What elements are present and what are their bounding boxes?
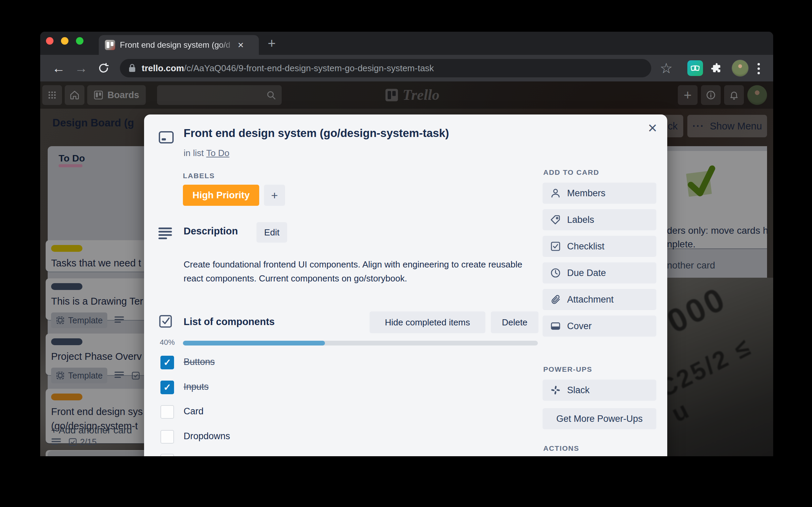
url-bar[interactable]: trello.com/c/AaYaQ046/9-front-end-design… bbox=[120, 59, 651, 77]
due-date-button[interactable]: Due Date bbox=[543, 262, 656, 283]
checklist-icon bbox=[158, 314, 173, 328]
tab-close-icon[interactable]: × bbox=[238, 40, 244, 50]
description-body[interactable]: Create foundational frontend UI componen… bbox=[184, 258, 538, 286]
tab-strip: Front end design system (go/d × + bbox=[40, 32, 773, 55]
checklist-item: ✓ Buttons bbox=[160, 356, 535, 372]
url-domain: trello.com bbox=[142, 63, 184, 73]
labels-button[interactable]: Labels bbox=[543, 209, 656, 230]
edit-description-button[interactable]: Edit bbox=[256, 222, 287, 243]
powerups-header: POWER-UPS bbox=[543, 365, 592, 373]
new-tab-button[interactable]: + bbox=[268, 36, 276, 50]
checklist-progress-fill bbox=[183, 341, 325, 345]
modal-close-icon[interactable]: × bbox=[648, 120, 657, 136]
card-title[interactable]: Front end design system (go/design-syste… bbox=[184, 127, 626, 140]
members-button[interactable]: Members bbox=[543, 183, 656, 204]
checklist-header: List of components bbox=[184, 316, 275, 327]
url-path: /c/AaYaQ046/9-front-end-design-system-go… bbox=[184, 63, 434, 73]
checkbox-unchecked[interactable] bbox=[160, 454, 174, 456]
add-to-card-header: ADD TO CARD bbox=[543, 168, 599, 176]
member-icon bbox=[550, 188, 561, 199]
extension-teal-icon[interactable] bbox=[687, 60, 703, 76]
page-content: 000 C25/2 ≤ u bbox=[40, 81, 773, 456]
checklist-icon bbox=[550, 241, 561, 252]
cover-icon bbox=[550, 321, 561, 332]
browser-menu-icon[interactable] bbox=[758, 61, 760, 76]
checkbox-unchecked[interactable] bbox=[160, 430, 174, 444]
close-window-button[interactable] bbox=[46, 37, 53, 45]
hide-completed-items-button[interactable]: Hide completed items bbox=[370, 311, 485, 333]
browser-toolbar: ← → trello.com/c/AaYaQ046/9-front-end-de… bbox=[40, 55, 773, 81]
checklist-button[interactable]: Checklist bbox=[543, 236, 656, 257]
tag-icon bbox=[550, 214, 561, 225]
browser-tab[interactable]: Front end design system (go/d × bbox=[99, 35, 259, 55]
card-title-icon bbox=[158, 131, 174, 144]
checkbox-checked[interactable]: ✓ bbox=[160, 356, 174, 369]
card-list-location: in list To Do bbox=[184, 148, 229, 158]
browser-profile-avatar[interactable] bbox=[732, 60, 749, 77]
forward-button[interactable]: → bbox=[71, 55, 91, 81]
card-modal: × Front end design system (go/design-sys… bbox=[144, 114, 667, 456]
delete-checklist-button[interactable]: Delete bbox=[491, 311, 538, 333]
checklist-item: Dropdowns bbox=[160, 430, 535, 446]
cover-button[interactable]: Cover bbox=[543, 316, 656, 337]
browser-window: Front end design system (go/d × + ← → bbox=[40, 32, 773, 456]
checklist-progress-percent: 40% bbox=[160, 338, 175, 347]
paperclip-icon bbox=[550, 294, 561, 305]
reload-icon[interactable] bbox=[93, 55, 114, 81]
checklist-item: Card bbox=[160, 405, 535, 421]
zoom-window-button[interactable] bbox=[76, 37, 83, 45]
tab-favicon-icon bbox=[105, 40, 115, 50]
bookmark-star-icon[interactable]: ☆ bbox=[656, 55, 676, 81]
lock-icon bbox=[128, 63, 136, 73]
screenshot-canvas: Front end design system (go/d × + ← → bbox=[0, 0, 812, 507]
description-icon bbox=[158, 227, 173, 239]
label-chip-high-priority[interactable]: High Priority bbox=[183, 185, 259, 206]
checkbox-unchecked[interactable] bbox=[160, 405, 174, 419]
get-more-powerups-button[interactable]: Get More Power-Ups bbox=[543, 408, 656, 429]
description-header: Description bbox=[184, 226, 238, 237]
add-label-button[interactable]: + bbox=[264, 185, 285, 206]
checklist-progress-bar bbox=[183, 341, 538, 345]
checklist-item: Modal bbox=[160, 454, 535, 456]
labels-header: LABELS bbox=[183, 172, 215, 180]
url-text: trello.com/c/AaYaQ046/9-front-end-design… bbox=[142, 63, 434, 74]
minimize-window-button[interactable] bbox=[61, 37, 68, 45]
extensions-puzzle-icon[interactable] bbox=[706, 55, 727, 81]
clock-icon bbox=[550, 267, 561, 278]
back-button[interactable]: ← bbox=[48, 55, 69, 81]
tab-title: Front end design system (go/d bbox=[120, 40, 236, 50]
checklist-item: ✓ Inputs bbox=[160, 381, 535, 397]
actions-header: ACTIONS bbox=[543, 444, 579, 452]
in-list-link[interactable]: To Do bbox=[206, 148, 229, 158]
attachment-button[interactable]: Attachment bbox=[543, 289, 656, 310]
slack-powerup-button[interactable]: Slack bbox=[543, 380, 656, 401]
slack-icon bbox=[550, 385, 561, 396]
checkbox-checked[interactable]: ✓ bbox=[160, 381, 174, 394]
